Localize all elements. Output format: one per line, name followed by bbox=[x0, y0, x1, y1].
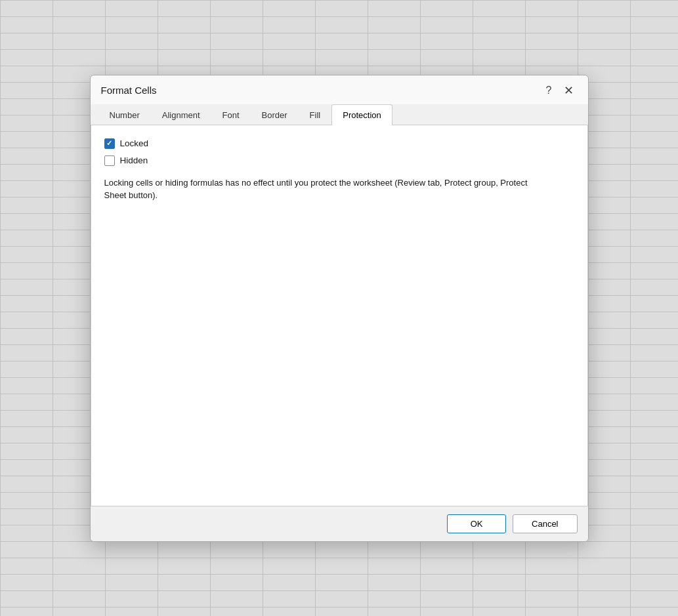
dialog-title: Format Cells bbox=[101, 85, 157, 96]
hidden-checkbox[interactable] bbox=[104, 155, 115, 166]
hidden-label: Hidden bbox=[120, 155, 148, 165]
tab-alignment[interactable]: Alignment bbox=[151, 104, 211, 125]
tab-content: Locked Hidden Locking cells or hiding fo… bbox=[91, 125, 588, 506]
format-cells-dialog: Format Cells ? ✕ Number Alignment Font B… bbox=[90, 75, 589, 542]
cancel-button[interactable]: Cancel bbox=[513, 514, 577, 533]
locked-row: Locked bbox=[104, 138, 574, 149]
title-bar: Format Cells ? ✕ bbox=[91, 75, 588, 104]
close-button[interactable]: ✕ bbox=[560, 83, 578, 98]
dialog-footer: OK Cancel bbox=[91, 506, 588, 541]
locked-label: Locked bbox=[120, 138, 149, 148]
title-actions: ? ✕ bbox=[542, 83, 578, 98]
tab-number[interactable]: Number bbox=[98, 104, 151, 125]
tab-font[interactable]: Font bbox=[211, 104, 251, 125]
locked-checkbox[interactable] bbox=[104, 138, 115, 149]
protection-info-text: Locking cells or hiding formulas has no … bbox=[104, 176, 551, 202]
hidden-checkbox-container[interactable]: Hidden bbox=[104, 155, 148, 166]
hidden-row: Hidden bbox=[104, 155, 574, 166]
help-button[interactable]: ? bbox=[542, 83, 556, 98]
tab-border[interactable]: Border bbox=[251, 104, 299, 125]
tab-fill[interactable]: Fill bbox=[299, 104, 332, 125]
tab-protection[interactable]: Protection bbox=[331, 104, 392, 125]
ok-button[interactable]: OK bbox=[447, 514, 506, 533]
locked-checkbox-container[interactable]: Locked bbox=[104, 138, 149, 149]
tab-bar: Number Alignment Font Border Fill Protec… bbox=[91, 104, 588, 125]
